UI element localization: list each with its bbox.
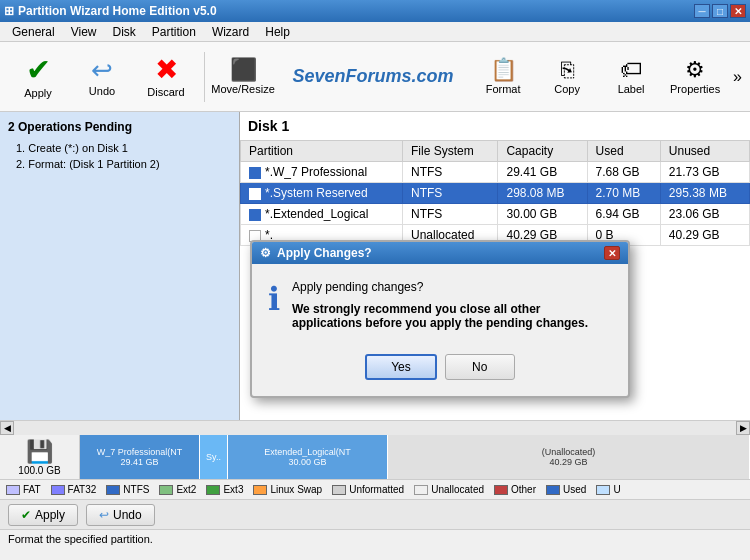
dialog-text: Apply pending changes? We strongly recom… <box>292 280 612 338</box>
sevenforum-logo: SevenForums.com <box>293 66 454 86</box>
undo-btn-label: Undo <box>113 508 142 522</box>
toolbar: ✔ Apply ↩ Undo ✖ Discard ⬛ Move/Resize S… <box>0 42 750 112</box>
row1-name: *.W_7 Professional <box>241 162 403 183</box>
legend-u: U <box>596 484 620 495</box>
menu-partition[interactable]: Partition <box>144 23 204 41</box>
app-icon: ⊞ <box>4 4 14 18</box>
table-row[interactable]: *.W_7 Professional NTFS 29.41 GB 7.68 GB… <box>241 162 750 183</box>
legend-fat32-box <box>51 485 65 495</box>
undo-btn-icon: ↩ <box>99 508 109 522</box>
row1-capacity: 29.41 GB <box>498 162 587 183</box>
copy-label: Copy <box>554 83 580 95</box>
menu-view[interactable]: View <box>63 23 105 41</box>
legend-unallocated: Unallocated <box>414 484 484 495</box>
row2-unused: 295.38 MB <box>660 183 749 204</box>
dialog-title-text: Apply Changes? <box>277 246 372 260</box>
row3-capacity: 30.00 GB <box>498 204 587 225</box>
legend-used-box <box>546 485 560 495</box>
legend-unallocated-box <box>414 485 428 495</box>
scroll-track[interactable] <box>14 421 736 435</box>
disk-size-label: 100.0 GB <box>18 465 60 476</box>
apply-dialog: ⚙ Apply Changes? ✕ ℹ Apply pending chang… <box>250 240 630 398</box>
legend-ext2: Ext2 <box>159 484 196 495</box>
maximize-button[interactable]: □ <box>712 4 728 18</box>
legend-ext2-box <box>159 485 173 495</box>
legend-fat32: FAT32 <box>51 484 97 495</box>
row2-fs: NTFS <box>403 183 498 204</box>
label-icon: 🏷 <box>620 59 642 81</box>
row1-fs: NTFS <box>403 162 498 183</box>
menu-disk[interactable]: Disk <box>105 23 144 41</box>
moveresize-button[interactable]: ⬛ Move/Resize <box>213 47 273 107</box>
disk-header: Disk 1 <box>240 112 750 140</box>
format-label: Format <box>486 83 521 95</box>
moveresize-icon: ⬛ <box>230 59 257 81</box>
legend-fat: FAT <box>6 484 41 495</box>
undo-label: Undo <box>89 85 115 97</box>
copy-button[interactable]: ⎘ Copy <box>537 47 597 107</box>
apply-icon: ✔ <box>26 55 51 85</box>
row2-name: *.System Reserved <box>241 183 403 204</box>
legend-ext3-box <box>206 485 220 495</box>
col-unused: Unused <box>660 141 749 162</box>
format-button[interactable]: 📋 Format <box>473 47 533 107</box>
dialog-title-bar: ⚙ Apply Changes? ✕ <box>252 242 628 264</box>
legend-fat32-label: FAT32 <box>68 484 97 495</box>
toolbar-sep-1 <box>204 52 205 102</box>
undo-toolbar-button[interactable]: ↩ Undo <box>72 47 132 107</box>
row3-used: 6.94 GB <box>587 204 660 225</box>
row1-unused: 21.73 GB <box>660 162 749 183</box>
format-icon: 📋 <box>490 59 517 81</box>
close-button[interactable]: ✕ <box>730 4 746 18</box>
toolbar-expand[interactable]: » <box>733 68 742 86</box>
partition-seg-1[interactable]: Sy.. <box>200 435 228 480</box>
row3-fs: NTFS <box>403 204 498 225</box>
menu-general[interactable]: General <box>4 23 63 41</box>
menu-help[interactable]: Help <box>257 23 298 41</box>
apply-btn-label: Apply <box>35 508 65 522</box>
dialog-info-icon: ℹ <box>268 280 280 338</box>
undo-button[interactable]: ↩ Undo <box>86 504 155 526</box>
legend-linuxswap: Linux Swap <box>253 484 322 495</box>
row2-capacity: 298.08 MB <box>498 183 587 204</box>
dialog-body: ℹ Apply pending changes? We strongly rec… <box>252 264 628 354</box>
legend-unformatted: Unformatted <box>332 484 404 495</box>
dialog-yes-button[interactable]: Yes <box>365 354 437 380</box>
properties-button[interactable]: ⚙ Properties <box>665 47 725 107</box>
row1-used: 7.68 GB <box>587 162 660 183</box>
menu-wizard[interactable]: Wizard <box>204 23 257 41</box>
legend-other-box <box>494 485 508 495</box>
legend-linuxswap-label: Linux Swap <box>270 484 322 495</box>
apply-toolbar-button[interactable]: ✔ Apply <box>8 47 68 107</box>
table-header-row: Partition File System Capacity Used Unus… <box>241 141 750 162</box>
moveresize-label: Move/Resize <box>211 83 275 95</box>
scroll-right-button[interactable]: ▶ <box>736 421 750 435</box>
legend-ntfs-box <box>106 485 120 495</box>
dialog-close-button[interactable]: ✕ <box>604 246 620 260</box>
table-row[interactable]: *.System Reserved NTFS 298.08 MB 2.70 MB… <box>241 183 750 204</box>
dialog-buttons: Yes No <box>252 354 628 396</box>
legend-u-box <box>596 485 610 495</box>
partition-seg-3[interactable]: (Unallocated) 40.29 GB <box>388 435 750 480</box>
legend-unformatted-label: Unformatted <box>349 484 404 495</box>
title-bar-left: ⊞ Partition Wizard Home Edition v5.0 <box>4 4 217 18</box>
label-button[interactable]: 🏷 Label <box>601 47 661 107</box>
menu-bar: General View Disk Partition Wizard Help <box>0 22 750 42</box>
scroll-left-button[interactable]: ◀ <box>0 421 14 435</box>
status-bar: Format the specified partition. <box>0 529 750 547</box>
table-row[interactable]: *.Extended_Logical NTFS 30.00 GB 6.94 GB… <box>241 204 750 225</box>
discard-toolbar-button[interactable]: ✖ Discard <box>136 47 196 107</box>
title-bar-right: ─ □ ✕ <box>694 4 746 18</box>
partition-seg-0[interactable]: W_7 Professional(NT 29.41 GB <box>80 435 200 480</box>
dialog-title-left: ⚙ Apply Changes? <box>260 246 372 260</box>
legend-u-label: U <box>613 484 620 495</box>
row4-unused: 40.29 GB <box>660 225 749 246</box>
horizontal-scrollbar[interactable]: ◀ ▶ <box>0 420 750 434</box>
partition-table: Partition File System Capacity Used Unus… <box>240 140 750 246</box>
apply-label: Apply <box>24 87 52 99</box>
partition-seg-2[interactable]: Extended_Logical(NT 30.00 GB <box>228 435 388 480</box>
dialog-no-button[interactable]: No <box>445 354 515 380</box>
apply-button[interactable]: ✔ Apply <box>8 504 78 526</box>
minimize-button[interactable]: ─ <box>694 4 710 18</box>
dialog-title-icon: ⚙ <box>260 246 271 260</box>
